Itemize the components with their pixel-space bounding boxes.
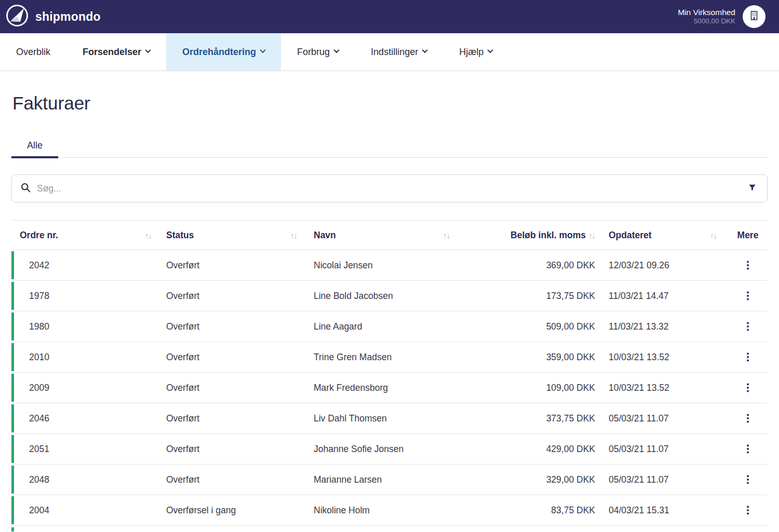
- kebab-menu-icon: [747, 417, 749, 419]
- cell-updated: 11/03/21 13.32: [595, 321, 728, 332]
- sort-icon[interactable]: ↑↓: [290, 231, 297, 240]
- filter-button[interactable]: [746, 181, 759, 196]
- nav-item-ordrehaandtering[interactable]: Ordrehåndtering: [166, 33, 281, 71]
- cell-updated: 12/03/21 09.26: [595, 260, 728, 271]
- nav-item-overblik[interactable]: Overblik: [0, 33, 66, 71]
- row-menu-button[interactable]: [742, 414, 754, 422]
- cell-amount: 369,00 DKK: [465, 260, 595, 271]
- cell-updated: 10/03/21 13.52: [595, 383, 728, 393]
- column-header-ordre-nr: Ordre nr.: [20, 230, 58, 241]
- cell-name: Marianne Larsen: [305, 474, 465, 485]
- cell-amount: 373,75 DKK: [465, 413, 595, 424]
- row-menu-button[interactable]: [742, 322, 754, 331]
- nav-item-label: Forsendelser: [83, 47, 141, 58]
- sort-icon[interactable]: ↑↓: [710, 231, 717, 240]
- row-menu-button[interactable]: [742, 506, 754, 514]
- cell-status: Overført: [158, 413, 305, 424]
- nav-item-label: Overblik: [16, 47, 50, 58]
- kebab-menu-icon: [747, 479, 749, 481]
- cell-status: Overført: [158, 352, 305, 363]
- cell-updated: 05/03/21 11.07: [595, 444, 728, 455]
- kebab-menu-icon: [747, 356, 749, 358]
- cell-order: 1980: [11, 321, 158, 332]
- table-row[interactable]: 2004 Overførsel i gang Nikoline Holm 83,…: [11, 495, 768, 525]
- table-row[interactable]: 2009 Overført Mark Fredensborg 109,00 DK…: [11, 372, 768, 403]
- chevron-down-icon: [333, 47, 339, 53]
- table-row[interactable]: 2046 Overført Liv Dahl Thomsen 373,75 DK…: [11, 403, 768, 433]
- kebab-menu-icon: [747, 325, 749, 328]
- search-icon: [20, 182, 31, 195]
- company-info: Min Virksomhed 5000,00 DKK: [678, 7, 735, 26]
- page-title: Fakturaer: [12, 93, 767, 114]
- nav-item-forbrug[interactable]: Forbrug: [281, 33, 355, 71]
- cell-name: Line Aagard: [305, 321, 465, 332]
- cell-name: Mark Fredensborg: [305, 383, 465, 393]
- row-menu-button[interactable]: [742, 353, 754, 361]
- row-menu-button[interactable]: [742, 261, 754, 269]
- cell-updated: 11/03/21 14.47: [595, 291, 728, 302]
- search-input[interactable]: [37, 183, 740, 194]
- nav-item-indstillinger[interactable]: Indstillinger: [355, 33, 443, 71]
- top-bar: shipmondo Min Virksomhed 5000,00 DKK: [0, 0, 779, 33]
- cell-name: Nicolai Jensen: [305, 260, 465, 271]
- cell-updated: 04/03/21 15.31: [595, 505, 728, 516]
- table-row[interactable]: 1978 Overført Line Bold Jacobsen 173,75 …: [11, 280, 768, 311]
- cell-status: Overført: [158, 383, 305, 393]
- cell-name: Johanne Sofie Jonsen: [305, 444, 465, 455]
- tab-bar: Alle: [11, 133, 768, 158]
- row-menu-button[interactable]: [742, 384, 754, 392]
- table-header-row: Ordre nr. ↑↓ Status ↑↓ Navn ↑↓ Beløb ink…: [11, 221, 768, 250]
- chevron-down-icon: [488, 47, 493, 53]
- kebab-menu-icon: [747, 295, 749, 297]
- company-avatar[interactable]: [743, 5, 765, 28]
- kebab-menu-icon: [747, 509, 749, 511]
- chevron-down-icon: [260, 47, 265, 53]
- cell-updated: 10/03/21 13.52: [595, 352, 728, 363]
- company-balance: 5000,00 DKK: [678, 17, 735, 26]
- cell-name: Liv Dahl Thomsen: [305, 413, 465, 424]
- row-menu-button[interactable]: [742, 292, 754, 300]
- cell-name: Nikoline Holm: [305, 505, 465, 516]
- cell-order: 2004: [11, 505, 158, 516]
- tab-alle[interactable]: Alle: [11, 133, 58, 157]
- nav-item-hjaelp[interactable]: Hjælp: [443, 33, 508, 71]
- building-icon: [748, 10, 760, 23]
- sort-icon[interactable]: ↑↓: [145, 231, 152, 240]
- cell-order: 1978: [11, 291, 158, 302]
- sort-icon[interactable]: ↑↓: [588, 231, 595, 240]
- column-header-mere: Mere: [737, 230, 759, 241]
- column-header-status: Status: [166, 230, 194, 241]
- kebab-menu-icon: [747, 387, 749, 389]
- cell-status: Overførsel i gang: [158, 505, 305, 516]
- sort-icon[interactable]: ↑↓: [443, 231, 450, 240]
- column-header-beloeb: Beløb inkl. moms: [511, 230, 586, 241]
- chevron-down-icon: [422, 47, 427, 53]
- row-menu-button[interactable]: [742, 475, 754, 484]
- table-row[interactable]: 2048 Overført Marianne Larsen 329,00 DKK…: [11, 464, 768, 495]
- nav-item-forsendelser[interactable]: Forsendelser: [66, 33, 166, 71]
- nav-item-label: Hjælp: [459, 47, 483, 58]
- table-row[interactable]: 2051 Overført Johanne Sofie Jonsen 429,0…: [11, 433, 768, 464]
- cell-amount: 173,75 DKK: [465, 291, 595, 302]
- row-menu-button[interactable]: [742, 445, 754, 453]
- cell-amount: 329,00 DKK: [465, 474, 595, 485]
- search-bar: [11, 174, 768, 202]
- brand[interactable]: shipmondo: [5, 4, 101, 30]
- main-nav: Overblik Forsendelser Ordrehåndtering Fo…: [0, 33, 779, 71]
- table-row[interactable]: 2042 Overført Nicolai Jensen 369,00 DKK …: [11, 250, 768, 280]
- table-row[interactable]: 1980 Overført Line Aagard 509,00 DKK 11/…: [11, 311, 768, 342]
- chevron-down-icon: [145, 47, 151, 53]
- cell-amount: 359,00 DKK: [465, 352, 595, 363]
- cell-status: Overført: [158, 444, 305, 455]
- cell-order: 2009: [11, 383, 158, 393]
- nav-item-label: Ordrehåndtering: [182, 47, 256, 58]
- brand-name: shipmondo: [35, 10, 101, 24]
- cell-name: Line Bold Jacobsen: [305, 291, 465, 302]
- table-row[interactable]: 2010 Overført Trine Gren Madsen 359,00 D…: [11, 342, 768, 372]
- cell-order: 2051: [11, 444, 158, 455]
- table-row[interactable]: [11, 525, 768, 531]
- content: Fakturaer Alle Ordre nr. ↑↓: [0, 93, 779, 531]
- cell-name: Trine Gren Madsen: [305, 352, 465, 363]
- cell-updated: 05/03/21 11.07: [595, 474, 728, 485]
- column-header-navn: Navn: [314, 230, 336, 241]
